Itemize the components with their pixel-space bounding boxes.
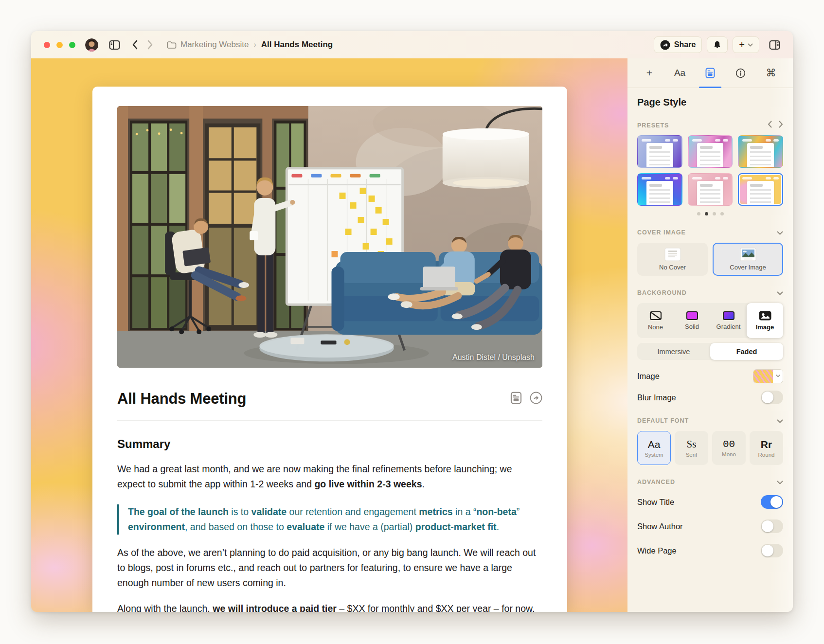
tab-shortcuts[interactable]: ⌘	[764, 58, 778, 88]
plus-icon: +	[739, 40, 745, 50]
preset-thumbnail[interactable]	[637, 173, 682, 206]
font-section-collapse-button[interactable]	[777, 416, 783, 425]
image-icon	[759, 311, 771, 321]
preset-preview	[747, 181, 774, 206]
show-author-toggle[interactable]	[761, 519, 783, 533]
page-title[interactable]: All Hands Meeting	[117, 390, 246, 408]
page-style-shortcut-button[interactable]	[510, 392, 522, 406]
add-new-button[interactable]: +	[733, 36, 759, 53]
quote-block[interactable]: The goal of the launch is to validate ou…	[117, 504, 542, 535]
photo-thumbnail-icon	[740, 248, 756, 261]
sidebar-tabbar: + Aa ⌘	[627, 58, 793, 88]
font-option-system-selected[interactable]: Aa System	[637, 431, 671, 465]
font-option-round[interactable]: Rr Round	[750, 431, 783, 465]
no-cover-option[interactable]: No Cover	[637, 243, 708, 276]
notifications-button[interactable]	[707, 36, 728, 53]
plus-icon: +	[646, 67, 652, 79]
no-cover-label: No Cover	[659, 264, 686, 271]
background-options: None Solid Gradient	[637, 303, 783, 338]
forward-button[interactable]	[147, 40, 153, 50]
advanced-section-collapse-button[interactable]	[777, 478, 783, 486]
background-option-gradient[interactable]: Gradient	[710, 303, 747, 338]
zoom-button[interactable]	[69, 42, 75, 48]
info-icon	[735, 68, 746, 78]
blur-image-toggle[interactable]	[761, 391, 783, 404]
share-button[interactable]: Share	[654, 36, 702, 53]
font-options: Aa System Ss Serif 00 Mono Rr Round	[637, 431, 783, 465]
text-style-icon: Aa	[674, 68, 685, 78]
font-glyph: Rr	[761, 439, 772, 450]
image-swatch	[753, 370, 773, 383]
tab-add-block[interactable]: +	[642, 58, 657, 88]
breadcrumb-folder[interactable]: Marketing Website	[180, 40, 249, 50]
close-button[interactable]	[44, 42, 50, 48]
background-option-image-selected[interactable]: Image	[747, 303, 783, 338]
cover-image[interactable]: Austin Distel / Unsplash	[117, 106, 542, 368]
cover-image-option-selected[interactable]: Cover Image	[713, 243, 783, 276]
font-glyph: Aa	[648, 439, 661, 450]
background-option-solid[interactable]: Solid	[674, 303, 710, 338]
show-title-toggle[interactable]	[761, 495, 783, 509]
document-icon	[664, 248, 681, 261]
tab-text-style[interactable]: Aa	[673, 58, 687, 88]
preset-grid	[637, 135, 783, 206]
preset-thumbnail-selected[interactable]	[738, 173, 783, 206]
window-controls	[44, 42, 75, 48]
paragraph[interactable]: Along with the launch, we will introduce…	[117, 601, 542, 612]
background-option-none[interactable]: None	[637, 303, 674, 338]
preset-thumbnail[interactable]	[688, 173, 733, 206]
photo-credit: Austin Distel / Unsplash	[452, 353, 535, 362]
chevron-left-icon	[132, 40, 138, 50]
minimize-button[interactable]	[56, 42, 63, 48]
paragraph[interactable]: As of the above, we aren’t planning to d…	[117, 545, 542, 590]
tab-page-style[interactable]	[703, 58, 717, 88]
page-dot	[713, 212, 716, 215]
font-name: Serif	[686, 452, 698, 458]
mode-immersive[interactable]: Immersive	[637, 343, 710, 360]
background-label: BACKGROUND	[637, 289, 687, 296]
background-option-label: Solid	[685, 323, 699, 330]
mode-faded-selected[interactable]: Faded	[710, 343, 783, 360]
share-page-button[interactable]	[530, 392, 542, 406]
page-dot-active	[705, 212, 708, 215]
preset-preview	[646, 143, 673, 168]
section-heading[interactable]: Summary	[117, 437, 542, 451]
toggle-right-sidebar-button[interactable]	[769, 40, 780, 50]
background-option-label: Image	[756, 323, 774, 331]
document-card: Austin Distel / Unsplash All Hands Meeti…	[92, 87, 567, 612]
font-option-mono[interactable]: 00 Mono	[712, 431, 746, 465]
background-section-collapse-button[interactable]	[777, 288, 783, 297]
wide-page-label: Wide Page	[637, 546, 677, 555]
font-name: System	[645, 452, 663, 458]
chevron-right-icon	[147, 40, 153, 50]
preset-preview	[646, 181, 673, 206]
image-picker[interactable]	[753, 369, 783, 383]
breadcrumb-current[interactable]: All Hands Meeting	[261, 40, 333, 50]
preset-thumbnail[interactable]	[688, 135, 733, 168]
cover-section-collapse-button[interactable]	[777, 228, 783, 237]
sidebar-right-icon	[769, 40, 780, 50]
blur-image-label: Blur Image	[637, 393, 676, 402]
title-divider	[117, 420, 542, 421]
background-mode-segment: Immersive Faded	[637, 343, 783, 360]
document-canvas: Austin Distel / Unsplash All Hands Meeti…	[31, 58, 627, 612]
font-option-serif[interactable]: Ss Serif	[675, 431, 708, 465]
command-icon: ⌘	[766, 67, 776, 79]
avatar[interactable]	[85, 38, 98, 52]
share-label: Share	[674, 40, 696, 49]
preset-preview	[747, 143, 774, 168]
presets-prev-button[interactable]	[768, 121, 772, 130]
share-icon	[660, 40, 670, 50]
cover-photo-illustration	[117, 106, 542, 368]
preset-thumbnail[interactable]	[637, 135, 682, 168]
image-row-label: Image	[637, 372, 660, 381]
preset-thumbnail[interactable]	[738, 135, 783, 168]
presets-next-button[interactable]	[779, 121, 783, 130]
show-author-label: Show Author	[637, 522, 683, 531]
paragraph[interactable]: We had a great last month, and we are no…	[117, 462, 542, 492]
toggle-left-sidebar-button[interactable]	[109, 40, 120, 50]
tab-info[interactable]	[734, 58, 748, 88]
back-button[interactable]	[132, 40, 138, 50]
solid-swatch-icon	[686, 311, 698, 320]
wide-page-toggle[interactable]	[761, 544, 783, 557]
